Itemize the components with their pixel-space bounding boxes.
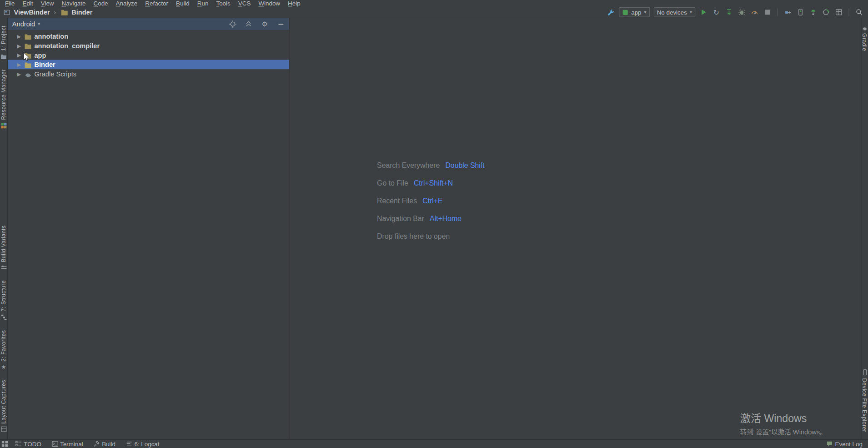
tool-button-label: Build Variants	[0, 225, 6, 262]
project-view-label: Android	[12, 20, 35, 28]
statusbar-build[interactable]: Build	[94, 441, 115, 448]
statusbar-event-log[interactable]: Event Log	[827, 441, 863, 448]
tool-button-structure[interactable]: 7: Structure	[0, 280, 6, 320]
statusbar-logcat[interactable]: 6: Logcat	[126, 441, 159, 448]
run-config-dropdown[interactable]: app ▾	[619, 7, 649, 17]
tree-row-annotation[interactable]: ▶ annotation	[8, 31, 289, 41]
device-selector-dropdown[interactable]: No devices ▾	[653, 7, 695, 17]
tree-row-annotation-compiler[interactable]: ▶ annotation_compiler	[8, 41, 289, 50]
panel-header-icons: ⚙	[229, 20, 285, 28]
breadcrumb-module[interactable]: Binder	[71, 8, 92, 16]
tree-row-app[interactable]: ▶ app	[8, 50, 289, 60]
android-studio-window: File Edit View Navigate Code Analyze Ref…	[0, 0, 868, 448]
status-bar: TODO Terminal Build 6: Logcat Event Log	[0, 439, 868, 448]
folder-icon	[25, 61, 32, 68]
chevron-right-icon[interactable]: ▶	[17, 43, 22, 48]
device-selector-label: No devices	[657, 9, 687, 15]
statusbar-terminal[interactable]: Terminal	[52, 441, 83, 448]
debug-icon[interactable]	[738, 8, 746, 16]
tool-button-label: Layout Captures	[0, 380, 6, 424]
gear-icon[interactable]: ⚙	[261, 20, 268, 28]
menu-file[interactable]: File	[1, 0, 19, 7]
watermark-title: 激活 Windows	[740, 413, 827, 425]
menu-window[interactable]: Window	[255, 0, 284, 7]
folder-icon	[25, 42, 32, 49]
chevron-right-icon[interactable]: ▶	[17, 71, 22, 76]
tool-button-resource-manager[interactable]: Resource Manager	[0, 69, 6, 128]
profile-icon[interactable]	[750, 8, 759, 16]
keyboard-hints: Search EverywhereDouble Shift Go to File…	[377, 157, 485, 246]
terminal-icon	[52, 441, 58, 447]
sdk-manager-icon[interactable]	[809, 8, 818, 16]
menu-view[interactable]: View	[37, 0, 58, 7]
menu-tools[interactable]: Tools	[212, 0, 234, 7]
attach-debugger-icon[interactable]	[783, 8, 792, 16]
windows-activation-watermark: 激活 Windows 转到“设置”以激活 Windows。	[740, 413, 827, 436]
menu-build[interactable]: Build	[172, 0, 193, 7]
folder-icon	[25, 33, 32, 40]
hide-panel-icon[interactable]	[277, 20, 285, 28]
chevron-down-icon: ▾	[38, 21, 40, 26]
tool-button-label: Gradle	[862, 33, 868, 51]
hint-shortcut: Alt+Home	[430, 214, 462, 222]
apply-changes-icon[interactable]	[725, 8, 733, 16]
gradle-icon	[25, 70, 32, 77]
collapse-all-icon[interactable]	[245, 20, 252, 28]
rerun-icon[interactable]: ↻	[712, 8, 721, 16]
project-view-selector[interactable]: Android ▾	[12, 20, 40, 28]
star-icon: ★	[1, 364, 6, 370]
avd-manager-icon[interactable]	[796, 8, 805, 16]
hint-search-everywhere: Search EverywhereDouble Shift	[377, 157, 485, 175]
locate-file-icon[interactable]	[229, 20, 236, 28]
hint-shortcut: Ctrl+Shift+N	[414, 179, 453, 187]
tree-item-label: Binder	[34, 60, 55, 68]
hint-shortcut: Double Shift	[445, 161, 484, 169]
menu-edit[interactable]: Edit	[19, 0, 37, 7]
module-folder-icon	[60, 8, 69, 16]
breadcrumb-project[interactable]: ViewBinder	[14, 8, 50, 16]
menu-run[interactable]: Run	[193, 0, 212, 7]
statusbar-todo[interactable]: TODO	[15, 441, 41, 448]
tool-button-project[interactable]: 1: Project	[0, 25, 6, 60]
stop-icon[interactable]	[763, 8, 772, 16]
chevron-right-icon[interactable]: ▶	[17, 34, 22, 39]
tool-button-build-variants[interactable]: Build Variants	[0, 225, 6, 270]
tree-row-gradle-scripts[interactable]: ▶ Gradle Scripts	[8, 69, 289, 79]
chevron-down-icon: ▾	[690, 10, 692, 15]
tree-row-binder[interactable]: ▶ Binder	[8, 60, 289, 69]
layout-captures-icon	[1, 426, 6, 432]
wrench-icon[interactable]	[606, 8, 615, 16]
menu-code[interactable]: Code	[90, 0, 112, 7]
chevron-right-icon[interactable]: ▶	[17, 52, 22, 58]
breadcrumb: ViewBinder › Binder	[2, 8, 93, 16]
run-icon[interactable]	[699, 8, 708, 16]
main-area: 1: Project Resource Manager Build Varian…	[0, 18, 868, 439]
menu-help[interactable]: Help	[284, 0, 305, 7]
statusbar-label: Terminal	[60, 441, 83, 448]
menu-navigate[interactable]: Navigate	[58, 0, 90, 7]
tool-window-switcher-icon[interactable]	[2, 441, 8, 447]
folder-icon	[25, 52, 32, 59]
tool-button-layout-captures[interactable]: Layout Captures	[0, 380, 6, 432]
tool-button-device-file-explorer[interactable]: Device File Explorer	[862, 369, 868, 432]
run-config-label: app	[631, 9, 641, 15]
tool-button-label: Device File Explorer	[862, 378, 868, 432]
hammer-icon	[94, 441, 100, 447]
watermark-subtitle: 转到“设置”以激活 Windows。	[740, 428, 827, 436]
tool-button-favorites[interactable]: 2: Favorites ★	[0, 330, 6, 370]
left-tool-stripe: 1: Project Resource Manager Build Varian…	[0, 18, 8, 439]
project-tool-window: Android ▾ ⚙ ▶ ann	[8, 18, 290, 439]
hint-drop-files: Drop files here to open	[377, 227, 485, 245]
chevron-right-icon[interactable]: ▶	[17, 62, 22, 67]
tool-button-label: 7: Structure	[0, 280, 6, 312]
layout-inspector-icon[interactable]	[834, 8, 843, 16]
search-everywhere-icon[interactable]	[855, 8, 863, 16]
hint-go-to-file: Go to FileCtrl+Shift+N	[377, 175, 485, 192]
menu-analyze[interactable]: Analyze	[112, 0, 141, 7]
project-panel-header: Android ▾ ⚙	[8, 18, 289, 30]
gradle-sync-icon[interactable]	[822, 8, 830, 16]
menu-vcs[interactable]: VCS	[234, 0, 255, 7]
hint-shortcut: Ctrl+E	[422, 196, 442, 205]
menu-refactor[interactable]: Refactor	[141, 0, 172, 7]
tool-button-gradle[interactable]: Gradle	[862, 25, 868, 51]
